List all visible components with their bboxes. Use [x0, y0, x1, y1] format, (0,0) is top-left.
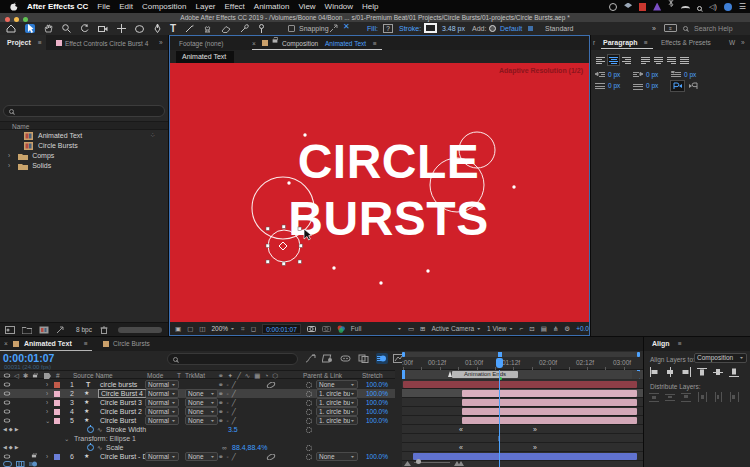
tab-align[interactable]: Align — [652, 340, 670, 348]
hide-shy-layers-icon[interactable] — [340, 354, 351, 363]
menu-layer[interactable]: Layer — [196, 2, 216, 11]
keyframe-in[interactable]: « — [459, 426, 463, 433]
exposure-value[interactable]: +0.0 — [576, 325, 589, 332]
menu-composition[interactable]: Composition — [142, 2, 186, 11]
comp-tab-lock-icon[interactable] — [272, 39, 278, 47]
snapping-checkbox[interactable] — [288, 25, 295, 32]
justify-all-button[interactable] — [679, 55, 690, 65]
trkmat-select[interactable]: None▼ — [185, 416, 218, 425]
eye-icon[interactable] — [4, 410, 10, 414]
paragraph-panel-menu-icon[interactable]: ≡ — [644, 39, 648, 46]
transparency-grid-icon[interactable]: ⊞ — [420, 325, 425, 332]
workspace-standard[interactable]: Standard — [545, 25, 573, 33]
fill-swatch[interactable]: ? — [383, 24, 393, 33]
parent-select[interactable]: 1. circle burst▼ — [316, 416, 358, 425]
snapshot-icon[interactable] — [307, 325, 316, 332]
bpc-button[interactable]: 8 bpc — [76, 326, 92, 333]
align-right-button[interactable] — [621, 55, 632, 65]
eye-icon[interactable] — [4, 455, 10, 459]
zoom-slider-knob[interactable] — [416, 459, 421, 464]
motion-blur-icon[interactable] — [376, 353, 388, 364]
align-right-edge-button[interactable] — [681, 367, 691, 377]
mode-select[interactable]: Normal▼ — [145, 416, 179, 425]
layer-row-1[interactable]: › 1 T circle bursts Normal▼ ⚭◦╱ None▼ 10… — [0, 380, 395, 389]
timeline-icon[interactable]: ▤ — [541, 325, 547, 332]
group-expander-open[interactable]: ⌄ — [64, 435, 69, 442]
resolution-select[interactable]: Full▼ — [351, 325, 402, 332]
tab-effect-controls[interactable]: Effect Controls Circle Burst 4 — [65, 40, 148, 47]
stretch-value[interactable]: 100.0% — [358, 390, 388, 397]
fast-previews-icon[interactable]: ⊡ — [529, 325, 534, 332]
parent-pickwhip-icon[interactable] — [306, 400, 312, 406]
zoom-out-mountain-icon[interactable] — [404, 460, 411, 467]
parent-select[interactable]: 1. circle burst▼ — [316, 407, 358, 416]
align-top-edge-button[interactable] — [697, 367, 707, 377]
folder-expander[interactable]: › — [8, 152, 10, 159]
expression-icon[interactable]: ∿ — [97, 426, 102, 433]
property-value[interactable]: 88.4,88.4% — [232, 444, 267, 452]
layer-bar-2[interactable] — [462, 390, 637, 397]
layer-name[interactable]: Circle Burst — [100, 417, 136, 425]
shape-tool[interactable] — [135, 25, 145, 33]
selection-tool[interactable] — [25, 24, 35, 33]
parent-pickwhip-icon[interactable] — [306, 454, 312, 460]
project-item-solids[interactable]: › Solids — [0, 161, 168, 171]
distribute-vcenter-button[interactable] — [665, 392, 675, 402]
col-trkmat[interactable]: TrkMat — [185, 372, 205, 379]
type-tool[interactable]: T — [170, 23, 176, 34]
expander-icon[interactable]: › — [46, 381, 48, 388]
puppet-pin-tool[interactable] — [258, 24, 265, 33]
zoom-select[interactable]: 200%▼ — [211, 325, 235, 332]
parent-pickwhip-icon[interactable] — [306, 418, 312, 424]
parent-select[interactable]: None▼ — [316, 380, 358, 389]
tab-composition-label[interactable]: Composition — [282, 40, 318, 47]
marker-bin-icon[interactable] — [632, 371, 640, 379]
mode-select[interactable]: Normal▼ — [145, 380, 179, 389]
property-row-scale[interactable]: ◀◆▶ ∿ Scale ∞ 88.4,88.4% — [0, 443, 395, 452]
mini-flowchart-icon[interactable] — [305, 354, 316, 363]
keyframe-nav[interactable]: ◀◆▶ — [3, 427, 21, 433]
tab-w-fragment[interactable]: W — [729, 39, 735, 46]
layer-switches[interactable]: ⚭◦╱ — [218, 417, 239, 424]
layer-row-3[interactable]: › 3 ★ Circle Burst 3 Normal▼ None▼ ⚭◦╱ 1… — [0, 398, 395, 407]
apple-menu[interactable] — [10, 2, 18, 11]
workspace-more[interactable]: » — [652, 25, 656, 33]
eye-icon[interactable] — [4, 383, 10, 387]
stroke-swatch[interactable] — [424, 23, 437, 33]
project-item-comps[interactable]: › Comps — [0, 151, 168, 161]
expander-icon[interactable]: › — [46, 408, 48, 415]
eye-icon[interactable] — [4, 419, 10, 423]
ruler-icon[interactable]: ⌗ — [241, 325, 245, 332]
clone-stamp-tool[interactable] — [203, 24, 212, 33]
timeline-tab-circle-bursts[interactable]: Circle Bursts — [113, 340, 150, 347]
menu-animation[interactable]: Animation — [254, 2, 290, 11]
comp-marker-animation-ends[interactable]: Animation Ends — [452, 371, 518, 378]
space-after-field[interactable]: 0 px — [633, 82, 658, 90]
search-help-placeholder[interactable]: Search Help — [694, 25, 733, 33]
property-pickwhip-icon[interactable] — [306, 445, 312, 451]
snap-edges-icon[interactable] — [329, 24, 338, 33]
tab-character-fragment[interactable]: r — [593, 39, 595, 46]
new-folder-icon[interactable] — [22, 326, 32, 334]
channels-icon[interactable] — [337, 325, 345, 333]
menu-edit[interactable]: Edit — [119, 2, 133, 11]
menu-window[interactable]: Window — [325, 2, 353, 11]
work-area-bar[interactable]: Animation Ends — [402, 370, 643, 379]
cc-icon[interactable] — [639, 3, 646, 11]
parent-pickwhip-icon[interactable] — [306, 391, 312, 397]
paragraph-tabs-more[interactable]: » — [741, 39, 745, 46]
layer-switches[interactable]: ⚭◦╱ — [218, 390, 239, 397]
expander-icon[interactable]: › — [46, 399, 48, 406]
tab-project[interactable]: Project — [7, 39, 31, 47]
space-before-field[interactable]: 0 px — [595, 82, 620, 90]
project-scrollbar[interactable] — [118, 327, 162, 333]
flowchart-icon[interactable]: ⋔ — [553, 325, 558, 332]
timeline-search-input[interactable] — [167, 353, 298, 365]
folder-expander[interactable]: › — [8, 162, 10, 169]
fill-label[interactable]: Fill: — [367, 25, 378, 33]
siri-icon[interactable] — [724, 3, 732, 11]
menu-effect[interactable]: Effect — [225, 2, 245, 11]
frame-blending-icon[interactable] — [358, 354, 369, 363]
timeline-panel-menu-icon[interactable]: ≡ — [84, 340, 88, 347]
eraser-tool[interactable] — [221, 25, 231, 33]
